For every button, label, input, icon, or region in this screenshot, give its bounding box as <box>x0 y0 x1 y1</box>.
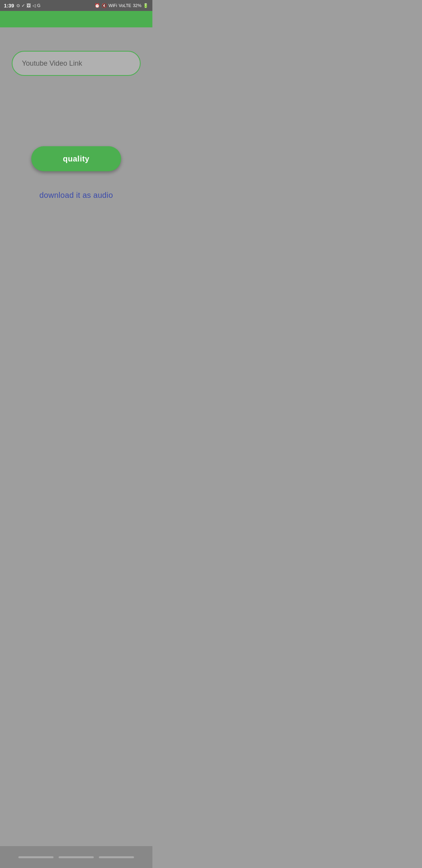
nav-pill-3 <box>99 856 134 858</box>
main-content: quality download it as audio <box>0 27 152 846</box>
alarm-icon: ⏰ <box>95 3 100 8</box>
status-time: 1:39 <box>4 3 14 9</box>
app-top-bar <box>0 11 152 27</box>
quality-button[interactable]: quality <box>31 146 121 171</box>
wifi-icon: WiFi <box>109 3 117 8</box>
mute-icon: 🔇 <box>102 3 107 8</box>
nav-pill-2 <box>59 856 94 858</box>
signal-icon: VoLTE <box>119 3 131 8</box>
url-input-wrapper <box>12 51 141 76</box>
download-audio-link[interactable]: download it as audio <box>39 191 113 200</box>
battery-percent: 32% <box>133 3 141 8</box>
battery-icon: 🔋 <box>143 3 148 8</box>
image-icon: 🖼 <box>27 3 31 8</box>
status-bar-left: 1:39 ⊙ ✓ 🖼 ◁ G <box>4 3 41 9</box>
whatsapp-icon: ⊙ <box>16 3 20 8</box>
status-icons: ⊙ ✓ 🖼 ◁ G <box>16 3 41 8</box>
status-bar: 1:39 ⊙ ✓ 🖼 ◁ G ⏰ 🔇 WiFi VoLTE 32% 🔋 <box>0 0 152 11</box>
youtube-url-input[interactable] <box>12 51 141 76</box>
status-bar-right: ⏰ 🔇 WiFi VoLTE 32% 🔋 <box>95 3 148 8</box>
send-icon: ◁ <box>32 3 36 8</box>
translate-icon: G <box>37 3 41 8</box>
bottom-nav <box>0 846 152 868</box>
nav-pill-1 <box>18 856 54 858</box>
check-icon: ✓ <box>21 3 25 8</box>
